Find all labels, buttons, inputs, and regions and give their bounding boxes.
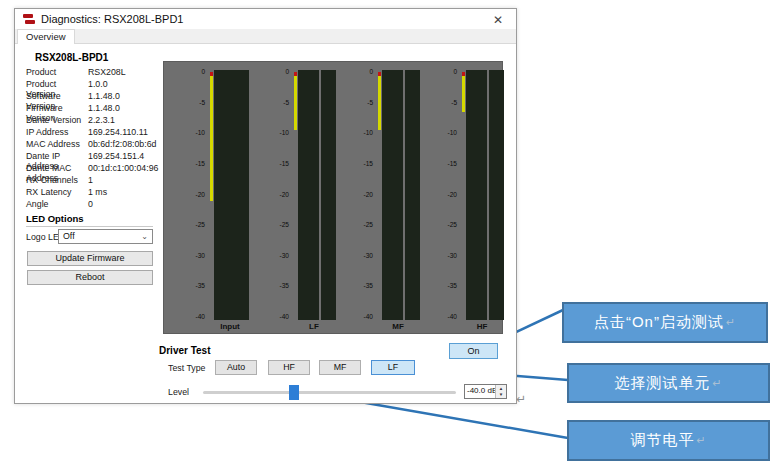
meter-panel: 0-5-10-15-20-25-30-35-40Input0-5-10-15-2… — [163, 61, 503, 334]
stepper-down-icon[interactable]: ▼ — [499, 392, 503, 398]
info-value: 0 — [88, 199, 161, 211]
diagnostics-window: Diagnostics: RSX208L-BPD1 ✕ Overview RSX… — [14, 8, 517, 404]
device-info-row: Firmware Verison1.1.48.0 — [26, 103, 161, 115]
meter-tick-label: -35 — [347, 282, 373, 289]
info-value: 169.254.151.4 — [88, 151, 161, 163]
info-label: Dante Version — [26, 115, 88, 127]
meter-tick-label: 0 — [263, 68, 289, 75]
meter-tick-label: -10 — [347, 129, 373, 136]
logo-led-select[interactable]: Off ⌄ — [58, 229, 153, 244]
device-name-header: RSX208L-BPD1 — [35, 52, 108, 63]
test-type-label: Test Type — [168, 363, 206, 373]
info-label: Dante MAC Address — [26, 163, 88, 175]
annotation-text: 选择测试单元 — [614, 374, 710, 393]
meter-tick-label: -15 — [347, 160, 373, 167]
test-type-button-hf[interactable]: HF — [268, 360, 310, 375]
meter-tick-label: -25 — [179, 221, 205, 228]
meter-well — [382, 70, 403, 320]
meter-tick-label: 0 — [347, 68, 373, 75]
meter-channel-label: LF — [284, 322, 344, 331]
meter-bar-level — [294, 76, 297, 130]
meter-tick-label: -15 — [431, 160, 457, 167]
reboot-button[interactable]: Reboot — [27, 270, 153, 285]
level-value: -40.0 dB — [467, 386, 497, 395]
device-info-row: Dante MAC Address00:1d:c1:00:04:96 — [26, 163, 161, 175]
meter-tick-label: -5 — [263, 99, 289, 106]
meter-channel-label: HF — [452, 322, 512, 331]
annotation-text: 调节电平 — [630, 431, 694, 450]
meter-tick-label: -20 — [179, 191, 205, 198]
test-type-button-lf[interactable]: LF — [371, 360, 415, 375]
device-info-list: ProductRSX208LProduct Version1.0.0Softwa… — [26, 67, 161, 211]
device-info-row: Product Version1.0.0 — [26, 79, 161, 91]
meter-tick-label: -15 — [179, 160, 205, 167]
meter-well — [466, 70, 487, 320]
annotation-box: 点击“On”启动测试↵ — [562, 302, 768, 343]
level-slider-track[interactable] — [203, 391, 456, 394]
meter-tick-label: -30 — [347, 252, 373, 259]
meter-bar-level — [462, 76, 465, 112]
meter-tick-label: -25 — [431, 221, 457, 228]
device-info-row: Dante IP Address169.254.151.4 — [26, 151, 161, 163]
led-options-header: LED Options — [26, 213, 84, 224]
chevron-down-icon: ⌄ — [141, 230, 148, 243]
level-slider-thumb[interactable] — [289, 385, 299, 400]
info-label: Software Version — [26, 91, 88, 103]
info-value: 1 ms — [88, 187, 161, 199]
info-label: Angle — [26, 199, 88, 211]
driver-test-on-button[interactable]: On — [449, 343, 498, 359]
meter-tick-label: -35 — [179, 282, 205, 289]
info-value: 2.2.3.1 — [88, 115, 161, 127]
meter-well — [298, 70, 319, 320]
meter-tick-label: -40 — [347, 313, 373, 320]
meter-well — [321, 70, 336, 320]
driver-test-header: Driver Test — [159, 345, 211, 356]
meter-bar-level — [378, 76, 381, 130]
device-info-row: Dante Version2.2.3.1 — [26, 115, 161, 127]
meter-tick-label: -35 — [263, 282, 289, 289]
meter-tick-label: -40 — [179, 313, 205, 320]
return-mark-icon: ↵ — [712, 377, 722, 390]
divider — [26, 226, 153, 227]
test-type-button-mf[interactable]: MF — [319, 360, 361, 375]
meter-tick-label: -10 — [179, 129, 205, 136]
info-label: RX Channels — [26, 175, 88, 187]
meter-tick-label: -35 — [431, 282, 457, 289]
info-label: Product Version — [26, 79, 88, 91]
meter-tick-label: -20 — [347, 191, 373, 198]
test-type-button-auto[interactable]: Auto — [215, 360, 257, 375]
device-info-row: RX Channels1 — [26, 175, 161, 187]
meter-channel-label: Input — [200, 322, 260, 331]
meter-tick-label: -25 — [347, 221, 373, 228]
info-label: IP Address — [26, 127, 88, 139]
meter-tick-label: 0 — [431, 68, 457, 75]
meter-tick-label: -10 — [431, 129, 457, 136]
meter-tick-label: -5 — [347, 99, 373, 106]
meter-well — [405, 70, 420, 320]
window-title: Diagnostics: RSX208L-BPD1 — [41, 13, 183, 25]
meter-channel-label: MF — [368, 322, 428, 331]
info-value: 00:1d:c1:00:04:96 — [88, 163, 161, 175]
update-firmware-button[interactable]: Update Firmware — [27, 251, 153, 266]
return-mark-icon: ↵ — [696, 434, 706, 447]
meter-tick-label: -15 — [263, 160, 289, 167]
meter-tick-label: -40 — [263, 313, 289, 320]
info-label: Product — [26, 67, 88, 79]
info-value: 0b:6d:f2:08:0b:6d — [88, 139, 161, 151]
title-bar: Diagnostics: RSX208L-BPD1 ✕ — [15, 9, 516, 29]
device-info-row: Software Version1.1.48.0 — [26, 91, 161, 103]
spinbox-stepper[interactable]: ▲ ▼ — [495, 385, 506, 398]
device-info-row: ProductRSX208L — [26, 67, 161, 79]
close-icon[interactable]: ✕ — [490, 12, 506, 28]
level-spinbox[interactable]: -40.0 dB ▲ ▼ — [464, 384, 507, 399]
info-value: RSX208L — [88, 67, 161, 79]
device-info-row: MAC Address0b:6d:f2:08:0b:6d — [26, 139, 161, 151]
meter-tick-label: -40 — [431, 313, 457, 320]
paragraph-return-mark: ↵ — [516, 392, 526, 406]
tab-overview[interactable]: Overview — [17, 29, 75, 44]
info-value: 1.0.0 — [88, 79, 161, 91]
meter-bar-level — [210, 76, 213, 201]
annotation-box: 调节电平↵ — [567, 420, 770, 461]
annotation-box: 选择测试单元↵ — [567, 363, 770, 403]
meter-tick-label: 0 — [179, 68, 205, 75]
